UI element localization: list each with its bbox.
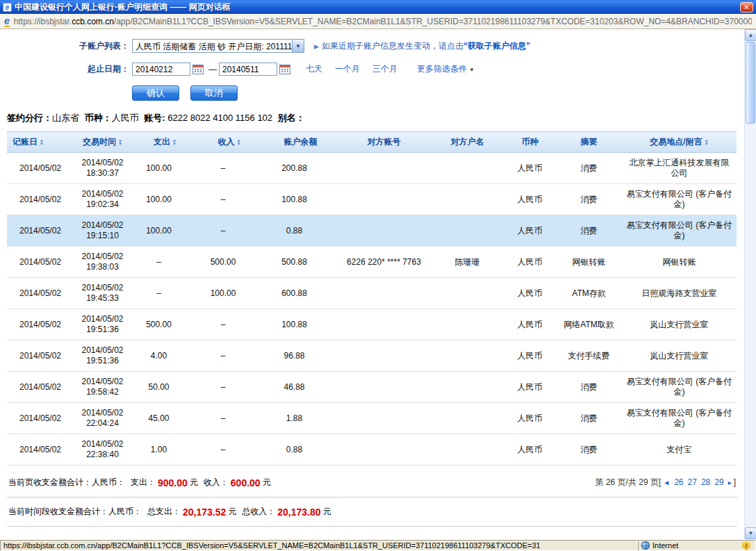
cell-balance: 100.88: [264, 184, 337, 215]
cancel-button[interactable]: 取消: [190, 85, 238, 101]
close-button[interactable]: ✕: [740, 2, 753, 13]
date-from-calendar-icon[interactable]: [192, 64, 204, 74]
column-header-in[interactable]: 收入▲▼: [195, 132, 264, 153]
transaction-row[interactable]: 2014/05/022014/05/0219:02:34100.00–100.8…: [7, 184, 737, 215]
cell-counterparty-name: [431, 403, 504, 434]
column-header-summary: 摘要: [556, 132, 622, 153]
cell-inflow: –: [195, 434, 264, 466]
cell-currency: 人民币: [504, 153, 556, 184]
url-prefix: https://ibsbjstar.: [14, 17, 72, 26]
column-header-tx_time[interactable]: 交易时间▲▼: [69, 132, 135, 153]
date-to-input[interactable]: [219, 63, 277, 76]
scroll-thumb[interactable]: [746, 42, 755, 124]
cell-balance: 96.88: [264, 340, 337, 372]
sort-icon[interactable]: ▲▼: [237, 139, 241, 146]
page-in-value: 600.00: [231, 477, 261, 488]
dropdown-arrow-icon[interactable]: ▼: [292, 40, 304, 52]
cell-counterparty-account: 6226 220* **** 7763: [337, 247, 431, 278]
cell-transaction-time: 2014/05/0219:38:03: [69, 247, 135, 278]
page-link-29[interactable]: 29: [714, 477, 723, 487]
date-to-calendar-icon[interactable]: [279, 64, 290, 74]
column-header-label: 币种: [522, 137, 539, 147]
currency-label: 币种：: [85, 113, 112, 123]
prev-page-link[interactable]: ◄: [663, 479, 670, 486]
page-link-26[interactable]: 26: [674, 477, 683, 487]
pagination-label: 第 26 页/共 29 页: [595, 477, 659, 487]
column-header-label: 对方账号: [368, 137, 401, 147]
cell-post-date: 2014/05/02: [7, 434, 69, 466]
column-header-out[interactable]: 支出▲▼: [135, 132, 195, 153]
column-header-label: 收入: [218, 137, 235, 147]
cell-summary: 消费: [556, 215, 622, 247]
column-header-place[interactable]: 交易地点/附言▲▼: [622, 132, 737, 153]
date-from-input[interactable]: [132, 63, 190, 76]
cell-post-date: 2014/05/02: [7, 184, 69, 215]
cell-counterparty-account: [337, 434, 431, 466]
cell-outflow: 1.00: [135, 434, 195, 466]
cell-summary: 消费: [556, 403, 622, 434]
cell-currency: 人民币: [504, 247, 556, 278]
cell-place: 岚山支行营业室: [622, 340, 737, 372]
transaction-row[interactable]: 2014/05/022014/05/0219:15:10100.00–0.88人…: [7, 215, 737, 247]
column-header-post_date[interactable]: 记账日▲▼: [7, 132, 69, 153]
page-in-label: 收入：: [204, 477, 229, 488]
column-header-label: 交易地点/附言: [650, 137, 702, 147]
next-page-link[interactable]: ▸: [728, 479, 732, 486]
subaccount-select[interactable]: 人民币 活期储蓄 活期 钞 开户日期: 20111104 ▼: [132, 39, 304, 53]
column-header-label: 交易时间: [83, 137, 116, 147]
transaction-row[interactable]: 2014/05/022014/05/0222:38:401.00–0.88人民币…: [7, 434, 737, 466]
cell-counterparty-name: [431, 340, 504, 372]
sort-icon[interactable]: ▲▼: [172, 139, 176, 146]
cell-counterparty-name: [431, 153, 504, 184]
sort-icon[interactable]: ▲▼: [118, 139, 122, 146]
transaction-row[interactable]: 2014/05/022014/05/0219:51:36500.00–100.8…: [7, 309, 737, 340]
transaction-row[interactable]: 2014/05/022014/05/0222:04:2445.00–1.88人民…: [7, 403, 737, 434]
cell-balance: 100.88: [264, 309, 337, 340]
quick-range-1month-link[interactable]: 一个月: [335, 63, 360, 75]
cell-counterparty-name: [431, 215, 504, 247]
transaction-row[interactable]: 2014/05/022014/05/0218:30:37100.00–200.8…: [7, 153, 737, 184]
cell-summary: 消费: [556, 153, 622, 184]
cell-place: 支付宝: [622, 434, 737, 466]
cell-counterparty-name: [431, 184, 504, 215]
cell-outflow: –: [135, 247, 195, 278]
subaccount-notice: ▶如果近期子账户信息发生变动，请点击“获取子账户信息”: [314, 40, 530, 52]
cell-outflow: 500.00: [135, 309, 195, 340]
column-header-currency: 币种: [504, 132, 556, 153]
scroll-up-button[interactable]: ▲: [745, 29, 756, 41]
column-header-label: 记账日: [13, 137, 38, 147]
more-filters-link[interactable]: 更多筛选条件▼: [417, 63, 475, 75]
cell-balance: 0.88: [264, 215, 337, 247]
cell-currency: 人民币: [504, 372, 556, 403]
cell-place: 易宝支付有限公司 (客户备付金): [622, 372, 737, 403]
get-subaccount-info-link[interactable]: “获取子账户信息”: [463, 41, 530, 51]
sort-icon[interactable]: ▲▼: [705, 139, 709, 146]
page-in-unit: 元: [263, 477, 271, 488]
cell-counterparty-account: [337, 184, 431, 215]
confirm-button[interactable]: 确认: [132, 85, 179, 101]
more-filters-label: 更多筛选条件: [417, 64, 467, 74]
cell-transaction-time: 2014/05/0219:45:33: [69, 278, 135, 309]
page-link-28[interactable]: 28: [701, 477, 710, 487]
sort-icon[interactable]: ▲▼: [40, 139, 44, 146]
cell-inflow: –: [195, 309, 264, 340]
quick-range-7days-link[interactable]: 七天: [306, 63, 322, 75]
cell-inflow: –: [195, 403, 264, 434]
subaccount-row: 子账户列表： 人民币 活期储蓄 活期 钞 开户日期: 20111104 ▼ ▶如…: [0, 39, 744, 53]
transaction-row[interactable]: 2014/05/022014/05/0219:45:33–100.00600.8…: [7, 278, 737, 309]
alert-shield-icon: !: [742, 541, 750, 550]
transaction-row[interactable]: 2014/05/022014/05/0219:58:4250.00–46.88人…: [7, 372, 737, 403]
subaccount-select-value: 人民币 活期储蓄 活期 钞 开户日期: 20111104: [133, 40, 292, 52]
status-bar: https://ibsbjstar.ccb.com.cn/app/B2CMain…: [0, 539, 756, 551]
vertical-scrollbar[interactable]: ▲ ▼: [744, 29, 756, 539]
pagination-bracket-open: [: [659, 477, 661, 487]
page-link-27[interactable]: 27: [688, 477, 697, 487]
date-separator: —: [208, 65, 217, 74]
cell-counterparty-account: [337, 340, 431, 372]
dialog-page-icon: e: [3, 3, 12, 12]
scroll-down-button[interactable]: ▼: [745, 527, 756, 539]
account-number-label: 账号:: [144, 113, 165, 123]
transaction-row[interactable]: 2014/05/022014/05/0219:51:364.00–96.88人民…: [7, 340, 737, 372]
transaction-row[interactable]: 2014/05/022014/05/0219:38:03–500.00500.8…: [7, 247, 737, 278]
quick-range-3months-link[interactable]: 三个月: [372, 63, 397, 75]
